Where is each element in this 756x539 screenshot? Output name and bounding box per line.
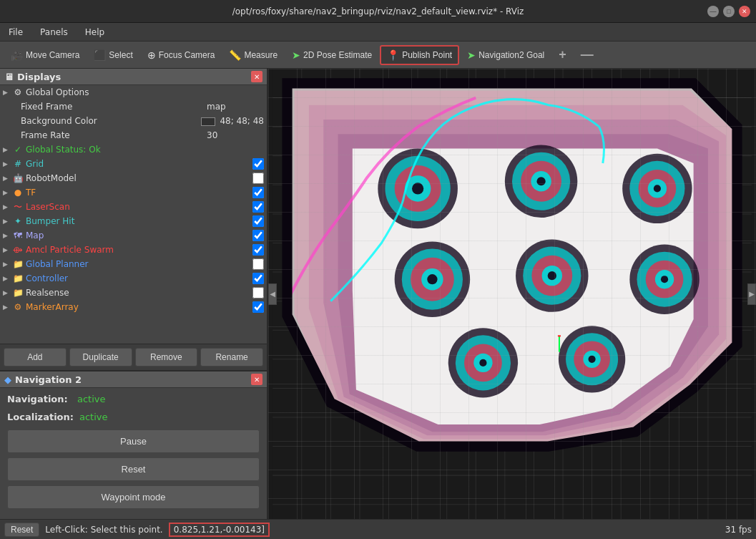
map-checkbox[interactable] — [252, 230, 264, 241]
status-bar: Reset Left-Click: Select this point. 0.8… — [0, 519, 756, 539]
robot-model-arrow: ▶ — [3, 175, 10, 182]
bumper-hit-checkbox[interactable] — [252, 215, 264, 227]
tree-item-frame-rate[interactable]: Frame Rate 30 — [0, 128, 267, 142]
title-bar-buttons: — □ ✕ — [707, 6, 750, 17]
global-status-label: Global Status: Ok — [26, 145, 264, 155]
close-button[interactable]: ✕ — [739, 6, 750, 17]
main-content: 🖥 Displays ✕ ▶ ⚙ Global Options Fixed Fr… — [0, 69, 756, 519]
viewport-3d[interactable]: ◀ ▶ — [268, 69, 756, 519]
waypoint-button[interactable]: Waypoint mode — [7, 485, 260, 509]
status-coordinates: 0.825,1.21,-0.00143] — [169, 523, 270, 537]
amcl-label: Amcl Particle Swarm — [26, 245, 250, 255]
color-swatch[interactable] — [201, 117, 215, 126]
measure-icon: 📏 — [229, 49, 241, 61]
fixed-frame-label: Fixed Frame — [21, 102, 205, 112]
select-button[interactable]: ⬛ Select — [87, 46, 139, 64]
global-planner-icon: 📁 — [12, 259, 24, 269]
grid-icon: # — [12, 159, 24, 169]
tree-item-marker-array[interactable]: ▶ ⚙ MarkerArray — [0, 300, 267, 314]
marker-array-checkbox[interactable] — [252, 301, 264, 313]
focus-camera-button[interactable]: ⊕ Focus Camera — [141, 46, 222, 64]
realsense-label: Realsense — [26, 288, 250, 298]
tree-item-controller[interactable]: ▶ 📁 Controller — [0, 271, 267, 286]
remove-toolbar-button[interactable]: — — [574, 44, 600, 66]
tree-item-map[interactable]: ▶ 🗺 Map — [0, 228, 267, 243]
nav2-goal-label: Navigation2 Goal — [478, 50, 544, 60]
minimize-button[interactable]: — — [707, 6, 719, 17]
move-camera-button[interactable]: 🎥 Move Camera — [4, 46, 86, 64]
tree-item-bumper-hit[interactable]: ▶ ✦ Bumper Hit — [0, 214, 267, 228]
pose-estimate-button[interactable]: ➤ 2D Pose Estimate — [285, 46, 378, 64]
marker-array-label: MarkerArray — [26, 302, 250, 312]
tf-checkbox[interactable] — [252, 187, 264, 198]
controller-label: Controller — [26, 273, 250, 283]
remove-button[interactable]: Remove — [135, 348, 198, 366]
controller-icon: 📁 — [12, 273, 24, 283]
menu-file[interactable]: File — [4, 26, 27, 39]
duplicate-button[interactable]: Duplicate — [69, 348, 132, 366]
controller-arrow: ▶ — [3, 275, 10, 282]
laser-scan-label: LaserScan — [26, 202, 250, 212]
collapse-right-button[interactable]: ▶ — [747, 283, 756, 305]
navigation-label: Navigation: — [7, 394, 72, 404]
nav2-goal-button[interactable]: ➤ Navigation2 Goal — [461, 46, 551, 64]
status-reset-button[interactable]: Reset — [4, 523, 39, 537]
publish-point-label: Publish Point — [402, 50, 452, 60]
collapse-left-button[interactable]: ◀ — [268, 283, 277, 305]
robot-model-label: RobotModel — [26, 173, 250, 183]
amcl-checkbox[interactable] — [252, 244, 264, 256]
tree-item-robot-model[interactable]: ▶ 🤖 RobotModel — [0, 171, 267, 185]
add-button[interactable]: Add — [4, 348, 67, 366]
grid-background — [268, 69, 756, 519]
tree-item-grid[interactable]: ▶ # Grid — [0, 157, 267, 171]
grid-arrow: ▶ — [3, 160, 10, 167]
displays-icon: 🖥 — [4, 72, 14, 82]
robot-model-checkbox[interactable] — [252, 173, 264, 184]
tree-item-realsense[interactable]: ▶ 📁 Realsense — [0, 286, 267, 300]
tree-item-fixed-frame[interactable]: Fixed Frame map — [0, 99, 267, 114]
publish-point-button[interactable]: 📍 Publish Point — [380, 45, 459, 65]
displays-close-button[interactable]: ✕ — [251, 71, 262, 82]
realsense-checkbox[interactable] — [252, 287, 264, 298]
menu-help[interactable]: Help — [81, 26, 109, 39]
global-planner-checkbox[interactable] — [252, 258, 264, 270]
pose-estimate-label: 2D Pose Estimate — [303, 50, 372, 60]
tree-item-global-status[interactable]: ▶ ✓ Global Status: Ok — [0, 142, 267, 157]
grid-checkbox[interactable] — [252, 158, 264, 170]
tree-item-background-color[interactable]: Background Color 48; 48; 48 — [0, 114, 267, 128]
tree-item-global-planner[interactable]: ▶ 📁 Global Planner — [0, 257, 267, 271]
tree-item-global-options[interactable]: ▶ ⚙ Global Options — [0, 85, 267, 99]
reset-nav-button[interactable]: Reset — [7, 457, 260, 481]
toolbar: 🎥 Move Camera ⬛ Select ⊕ Focus Camera 📏 … — [0, 42, 756, 69]
displays-tree[interactable]: ▶ ⚙ Global Options Fixed Frame map Backg… — [0, 85, 267, 344]
maximize-button[interactable]: □ — [723, 6, 735, 17]
controller-checkbox[interactable] — [252, 273, 264, 284]
realsense-arrow: ▶ — [3, 289, 10, 296]
tree-item-laser-scan[interactable]: ▶ 〜 LaserScan — [0, 200, 267, 214]
measure-label: Measure — [244, 50, 278, 60]
robot-model-icon: 🤖 — [12, 173, 24, 183]
menu-panels[interactable]: Panels — [36, 26, 72, 39]
amcl-icon: ⟴ — [12, 245, 24, 255]
rename-button[interactable]: Rename — [200, 348, 263, 366]
add-toolbar-button[interactable]: + — [552, 44, 573, 66]
focus-camera-icon: ⊕ — [147, 49, 156, 61]
laser-scan-checkbox[interactable] — [252, 201, 264, 213]
status-instruction: Left-Click: Select this point. — [45, 525, 162, 535]
tree-item-amcl[interactable]: ▶ ⟴ Amcl Particle Swarm — [0, 243, 267, 257]
grid-label: Grid — [26, 159, 250, 169]
global-options-label: Global Options — [26, 87, 264, 97]
displays-title-label: Displays — [17, 72, 61, 82]
realsense-icon: 📁 — [12, 288, 24, 298]
nav2-panel-content: Navigation: active Localization: active … — [0, 388, 267, 519]
nav2-panel-title: ◆ Navigation 2 — [4, 374, 82, 385]
bumper-hit-arrow: ▶ — [3, 218, 10, 225]
pause-button[interactable]: Pause — [7, 429, 260, 453]
measure-button[interactable]: 📏 Measure — [222, 46, 284, 64]
nav2-panel-diamond-icon: ◆ — [4, 374, 11, 385]
nav2-close-button[interactable]: ✕ — [251, 374, 262, 385]
panel-buttons: Add Duplicate Remove Rename — [0, 344, 267, 370]
tree-item-tf[interactable]: ▶ ● TF — [0, 185, 267, 200]
background-color-value: 48; 48; 48 — [201, 116, 264, 126]
focus-camera-label: Focus Camera — [159, 50, 215, 60]
